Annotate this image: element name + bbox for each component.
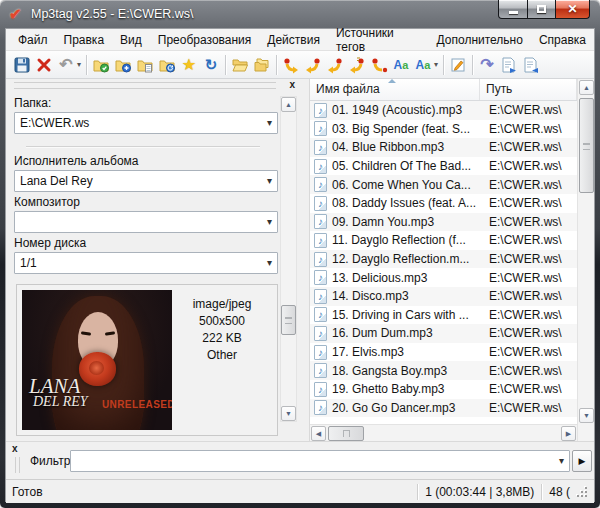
chevron-down-icon[interactable]: ▾ — [267, 257, 272, 268]
maximize-button[interactable] — [527, 0, 556, 19]
scroll-right-icon[interactable]: ▶ — [561, 426, 576, 441]
file-row[interactable]: ♪09. Damn You.mp3E:\CWER.ws\ — [310, 213, 577, 232]
cover-size: 222 KB — [172, 330, 272, 347]
file-row[interactable]: ♪06. Come When You Ca...E:\CWER.ws\ — [310, 175, 577, 194]
file-row[interactable]: ♪04. Blue Ribbon.mp3E:\CWER.ws\ — [310, 138, 577, 157]
remove-tag-button[interactable] — [33, 54, 55, 76]
scrollbar-thumb[interactable] — [281, 305, 296, 335]
file-row[interactable]: ♪14. Disco.mp3E:\CWER.ws\ — [310, 287, 577, 306]
convert-filename-tag-button[interactable] — [302, 54, 324, 76]
file-row[interactable]: ♪17. Elvis.mp3E:\CWER.ws\ — [310, 343, 577, 362]
horizontal-scrollbar[interactable]: ◀ ▶ — [310, 424, 577, 441]
folder-playlist-button[interactable] — [134, 54, 156, 76]
file-row[interactable]: ♪11. Dayglo Reflection (f...E:\CWER.ws\ — [310, 231, 577, 250]
import-button[interactable] — [520, 54, 542, 76]
music-note-icon: ♪ — [314, 233, 327, 248]
file-row[interactable]: ♪18. Gangsta Boy.mp3E:\CWER.ws\ — [310, 361, 577, 380]
disc-number-combobox[interactable]: 1/1 ▾ — [14, 252, 278, 274]
vertical-scrollbar[interactable]: ▲ ▼ — [577, 79, 594, 441]
column-header-path[interactable]: Путь — [480, 79, 577, 100]
close-button[interactable]: ✕ — [555, 0, 590, 19]
file-row[interactable]: ♪08. Daddy Issues (feat. A...E:\CWER.ws\ — [310, 194, 577, 213]
album-artist-combobox[interactable]: Lana Del Rey ▾ — [14, 170, 278, 192]
duplicate-folder-button[interactable] — [251, 54, 273, 76]
composer-combobox[interactable]: ▾ — [14, 211, 278, 233]
convert-tag-filename-button[interactable] — [280, 54, 302, 76]
file-row[interactable]: ♪12. Dayglo Reflection.m...E:\CWER.ws\ — [310, 250, 577, 269]
convert-textfile-tag-button[interactable] — [346, 54, 368, 76]
file-path: E:\CWER.ws\ — [480, 103, 562, 117]
save-tag-button[interactable] — [11, 54, 33, 76]
title-bar[interactable]: ✔ Mp3tag v2.55 - E:\CWER.ws\ ✕ — [0, 0, 600, 28]
undo-dropdown[interactable]: ▾ — [75, 60, 83, 69]
scroll-down-icon[interactable]: ▼ — [579, 408, 594, 423]
filter-combobox[interactable]: ▾ — [70, 450, 570, 472]
file-row[interactable]: ♪01. 1949 (Acoustic).mp3E:\CWER.ws\ — [310, 101, 577, 120]
menu-item[interactable]: Дополнительно — [429, 30, 531, 50]
filter-input[interactable] — [71, 451, 569, 471]
convert-tag-tag-button[interactable] — [368, 54, 390, 76]
favorites-star-button[interactable]: ★ — [178, 54, 200, 76]
scrollbar-thumb[interactable] — [579, 98, 594, 193]
tag-panel-scrollbar[interactable]: ▲ ▼ — [280, 96, 297, 422]
menu-item[interactable]: Преобразования — [150, 30, 260, 50]
folder-label: Папка: — [14, 96, 278, 110]
scroll-left-icon[interactable]: ◀ — [311, 426, 326, 441]
menu-item[interactable]: Правка — [56, 30, 113, 50]
file-row[interactable]: ♪20. Go Go Dancer.mp3E:\CWER.ws\ — [310, 399, 577, 418]
export-button[interactable] — [498, 54, 520, 76]
file-row[interactable]: ♪13. Delicious.mp3E:\CWER.ws\ — [310, 268, 577, 287]
edit-tag-button[interactable] — [447, 54, 469, 76]
file-row[interactable]: ♪15. Driving in Cars with ...E:\CWER.ws\ — [310, 306, 577, 325]
file-row[interactable]: ♪05. Children Of The Bad...E:\CWER.ws\ — [310, 157, 577, 176]
folder-combobox[interactable]: E:\CWER.ws ▾ — [14, 112, 278, 134]
album-cover-art[interactable]: LANADEL REY UNRELEASED — [22, 290, 172, 430]
file-row[interactable]: ♪16. Dum Dum.mp3E:\CWER.ws\ — [310, 324, 577, 343]
album-artist-value: Lana Del Rey — [20, 174, 93, 188]
filter-grip[interactable] — [15, 457, 20, 473]
case-conversion-button[interactable]: Aa — [390, 54, 412, 76]
close-icon: ✕ — [567, 2, 577, 16]
file-rows: ♪01. 1949 (Acoustic).mp3E:\CWER.ws\♪03. … — [310, 101, 577, 424]
music-note-icon: ♪ — [314, 382, 327, 397]
file-list-header: Имя файла Путь — [310, 79, 577, 101]
column-header-filename[interactable]: Имя файла — [310, 79, 480, 100]
chevron-down-icon[interactable]: ▾ — [267, 216, 272, 227]
filter-close-button[interactable]: x — [12, 444, 18, 454]
chevron-down-icon[interactable]: ▾ — [559, 455, 564, 466]
file-path: E:\CWER.ws\ — [480, 271, 562, 285]
case-conversion-dropdown[interactable]: ▾ — [432, 60, 440, 69]
file-row[interactable]: ♪03. Big Spender (feat. S...E:\CWER.ws\ — [310, 120, 577, 139]
case-conversion-menu-button[interactable]: Aa — [412, 54, 434, 76]
minimize-button[interactable] — [498, 0, 528, 19]
folder-add-button[interactable] — [112, 54, 134, 76]
window-title: Mp3tag v2.55 - E:\CWER.ws\ — [31, 7, 194, 21]
resize-grip[interactable] — [576, 486, 588, 498]
undo-button[interactable]: ↶ — [55, 54, 77, 76]
chevron-down-icon[interactable]: ▾ — [267, 117, 272, 128]
folder-history-button[interactable] — [156, 54, 178, 76]
menu-item[interactable]: Справка — [531, 30, 594, 50]
file-name: 12. Dayglo Reflection.m... — [332, 252, 480, 266]
file-row[interactable]: ♪19. Ghetto Baby.mp3E:\CWER.ws\ — [310, 380, 577, 399]
filter-apply-button[interactable]: ▶ — [572, 450, 592, 472]
scrollbar-thumb[interactable] — [328, 426, 364, 441]
convert-filename-filename-button[interactable] — [324, 54, 346, 76]
menu-item[interactable]: Файл — [10, 30, 56, 50]
tag-panel-grip[interactable] — [14, 82, 276, 89]
scroll-down-icon[interactable]: ▼ — [281, 406, 296, 421]
actions-button[interactable]: ↷ — [476, 54, 498, 76]
menu-item[interactable]: Вид — [112, 30, 150, 50]
open-folder-button[interactable] — [229, 54, 251, 76]
composer-label: Композитор — [14, 195, 278, 209]
menu-item[interactable]: Действия — [259, 30, 328, 50]
chevron-down-icon[interactable]: ▾ — [267, 175, 272, 186]
tag-panel-close-button[interactable]: x — [289, 80, 295, 90]
scroll-up-icon[interactable]: ▲ — [579, 80, 594, 95]
scroll-up-icon[interactable]: ▲ — [281, 97, 296, 112]
music-note-icon: ♪ — [314, 252, 327, 267]
toolbar-separator — [225, 55, 226, 75]
folder-select-button[interactable] — [90, 54, 112, 76]
file-name: 01. 1949 (Acoustic).mp3 — [332, 103, 480, 117]
refresh-button[interactable]: ↻ — [200, 54, 222, 76]
